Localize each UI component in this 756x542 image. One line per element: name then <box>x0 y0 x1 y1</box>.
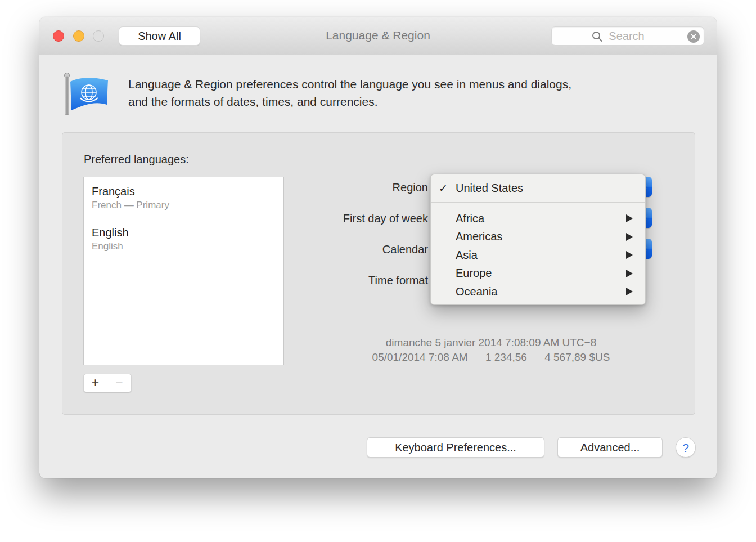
format-preview: dimanche 5 janvier 2014 7:08:09 AM UTC−8… <box>277 335 705 365</box>
submenu-arrow-icon <box>626 251 633 259</box>
submenu-arrow-icon <box>626 214 633 222</box>
menu-item-united-states[interactable]: ✓ United States <box>431 174 645 202</box>
remove-language-button: − <box>107 374 131 392</box>
keyboard-preferences-button[interactable]: Keyboard Preferences... <box>367 437 544 458</box>
add-language-button[interactable]: + <box>84 374 107 392</box>
region-dropdown-menu: ✓ United States Africa Americas Asia <box>430 174 646 305</box>
menu-item-americas[interactable]: Americas <box>431 228 645 247</box>
first-day-of-week-label: First day of week <box>62 212 428 225</box>
preferences-window: Show All Language & Region <box>39 17 717 478</box>
submenu-arrow-icon <box>626 270 633 277</box>
description-line-2: and the formats of dates, times, and cur… <box>128 93 680 110</box>
preferred-languages-list[interactable]: Français French — Primary English Englis… <box>83 177 284 365</box>
settings-panel: Preferred languages: Français French — P… <box>62 132 695 415</box>
clear-search-icon[interactable] <box>687 30 700 43</box>
checkmark-icon: ✓ <box>431 182 456 195</box>
calendar-label: Calendar <box>62 243 428 256</box>
title-bar: Show All Language & Region <box>39 17 717 55</box>
search-field[interactable] <box>551 26 704 46</box>
description-line-1: Language & Region preferences control th… <box>128 75 680 93</box>
search-input[interactable] <box>569 27 685 45</box>
preferred-languages-label: Preferred languages: <box>84 153 189 166</box>
menu-item-asia[interactable]: Asia <box>431 246 645 265</box>
preview-short-date: 05/01/2014 7:08 AM <box>372 350 468 365</box>
menu-item-africa[interactable]: Africa <box>431 209 645 228</box>
time-format-label: Time format <box>62 274 428 287</box>
help-button[interactable]: ? <box>676 437 696 458</box>
preview-number: 1 234,56 <box>485 350 527 365</box>
advanced-button[interactable]: Advanced... <box>557 437 663 458</box>
menu-item-label: United States <box>456 182 523 195</box>
submenu-arrow-icon <box>626 288 633 295</box>
region-label: Region <box>62 181 428 194</box>
content-area: Language & Region preferences control th… <box>39 55 717 478</box>
language-detail: French — Primary <box>92 199 276 211</box>
menu-item-europe[interactable]: Europe <box>431 265 645 283</box>
menu-item-oceania[interactable]: Oceania <box>431 283 645 301</box>
menu-items: Africa Americas Asia Europe <box>431 203 645 301</box>
un-flag-icon <box>62 71 110 119</box>
preview-currency: 4 567,89 $US <box>544 350 610 365</box>
preview-date-line: dimanche 5 janvier 2014 7:08:09 AM UTC−8 <box>277 335 705 350</box>
pane-description: Language & Region preferences control th… <box>128 75 680 110</box>
submenu-arrow-icon <box>626 233 633 241</box>
add-remove-control: + − <box>83 374 132 392</box>
preview-formats-line: 05/01/2014 7:08 AM 1 234,56 4 567,89 $US <box>277 350 705 365</box>
language-name: English <box>92 226 276 239</box>
